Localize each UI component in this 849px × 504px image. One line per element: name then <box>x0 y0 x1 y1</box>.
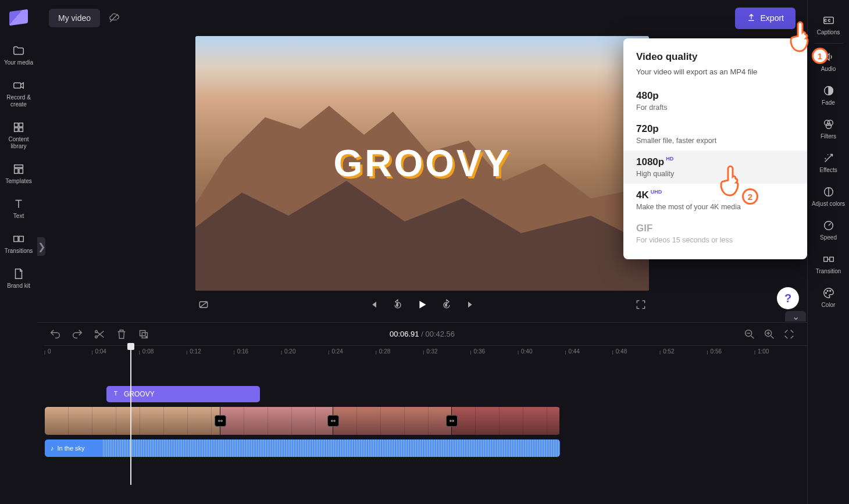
nav-brand-kit[interactable]: Brand kit <box>0 263 37 294</box>
svg-point-27 <box>95 330 98 333</box>
app-logo[interactable] <box>9 9 28 26</box>
undo-button[interactable] <box>49 328 62 341</box>
prev-frame-button[interactable] <box>365 296 381 313</box>
playhead[interactable] <box>130 345 131 485</box>
ruler-tick: 0:32 <box>423 348 438 355</box>
brandkit-icon <box>12 267 25 280</box>
next-frame-button[interactable] <box>463 296 479 313</box>
nav-adjust-colors[interactable]: Adjust colors <box>808 180 849 213</box>
cloud-sync-icon[interactable] <box>108 12 120 24</box>
transition-marker-icon[interactable] <box>327 415 339 427</box>
redo-button[interactable] <box>71 328 84 341</box>
filters-icon <box>822 118 835 131</box>
transition-marker-icon[interactable] <box>446 415 458 427</box>
nav-speed[interactable]: Speed <box>808 213 849 247</box>
text-icon <box>112 390 119 399</box>
total-time: 00:42.56 <box>425 330 455 338</box>
nav-record-create[interactable]: Record & create <box>0 74 37 113</box>
svg-rect-9 <box>19 236 23 241</box>
quality-1080p[interactable]: 1080pHD High quality <box>623 151 807 184</box>
video-canvas[interactable]: GROOVY <box>195 36 649 291</box>
play-button[interactable] <box>414 296 430 313</box>
cc-icon <box>822 14 835 27</box>
timeline-tracks[interactable]: GROOVY ♪ In the sky <box>45 363 807 491</box>
library-icon <box>12 121 25 134</box>
templates-icon <box>12 163 25 176</box>
ruler-tick: 0:44 <box>565 348 580 355</box>
effects-icon <box>822 152 835 165</box>
ruler-tick: 0:52 <box>659 348 675 355</box>
quality-gif[interactable]: GIF For videos 15 seconds or less <box>623 217 807 250</box>
ruler-tick: 0:12 <box>186 348 201 355</box>
q-label-text: 4K <box>636 190 649 201</box>
nav-filters[interactable]: Filters <box>808 112 849 146</box>
remove-watermark-button[interactable] <box>195 296 212 313</box>
audio-clip[interactable]: ♪ In the sky <box>45 439 560 457</box>
nav-your-media[interactable]: Your media <box>0 40 37 71</box>
svg-rect-0 <box>14 83 21 88</box>
timeline-ruler[interactable]: 00:040:080:120:160:200:240:280:320:360:4… <box>44 345 807 359</box>
quality-4k[interactable]: 4KUHD Make the most of your 4K media <box>623 184 807 217</box>
nav-label: Text <box>13 213 24 220</box>
nav-templates[interactable]: Templates <box>0 158 37 190</box>
svg-point-31 <box>146 336 147 337</box>
q-badge: HD <box>666 156 673 162</box>
duplicate-button[interactable] <box>137 328 150 341</box>
popup-title: Video quality <box>623 51 807 67</box>
zoom-in-button[interactable] <box>763 328 776 341</box>
right-sidebar: Captions Audio Fade Filters Effects Adju… <box>807 0 849 504</box>
q-label-text: 480p <box>636 90 659 102</box>
collapse-panel-button[interactable]: ⌄ <box>785 311 806 321</box>
delete-button[interactable] <box>115 328 128 341</box>
current-time: 00:06.91 <box>390 330 419 338</box>
quality-720p[interactable]: 720p Smaller file, faster export <box>623 117 807 151</box>
video-clip-4[interactable] <box>452 407 560 435</box>
audio-clip-label: In the sky <box>58 445 85 452</box>
q-label-text: 720p <box>636 123 659 135</box>
ruler-tick: 0:24 <box>328 348 343 355</box>
video-clip-3[interactable] <box>333 407 452 435</box>
svg-rect-2 <box>19 123 23 127</box>
music-icon: ♪ <box>51 445 54 452</box>
zoom-out-button[interactable] <box>743 328 756 341</box>
video-clip-2[interactable] <box>220 407 333 435</box>
transition-marker-icon[interactable] <box>215 415 226 427</box>
video-track[interactable] <box>45 407 560 435</box>
q-desc: For videos 15 seconds or less <box>636 236 794 244</box>
nav-transition[interactable]: Transition <box>808 247 849 281</box>
help-button[interactable]: ? <box>777 287 799 309</box>
svg-rect-3 <box>15 128 18 131</box>
text-icon <box>12 198 25 210</box>
svg-point-15 <box>826 123 831 128</box>
nav-label: Color <box>822 302 836 309</box>
svg-line-10 <box>110 14 117 22</box>
svg-text:5: 5 <box>445 303 447 307</box>
video-clip-1[interactable] <box>45 407 220 435</box>
camera-icon <box>12 79 25 92</box>
ruler-tick: 0 <box>44 348 51 355</box>
nav-text[interactable]: Text <box>0 193 37 224</box>
quality-480p[interactable]: 480p For drafts <box>623 84 807 117</box>
nav-content-library[interactable]: Content library <box>0 116 37 155</box>
fullscreen-button[interactable] <box>633 296 649 313</box>
rewind-button[interactable]: 5 <box>390 296 406 313</box>
text-clip[interactable]: GROOVY <box>106 386 260 402</box>
split-button[interactable] <box>93 328 106 341</box>
nav-label: Brand kit <box>7 283 30 289</box>
q-label-text: 1080p <box>636 156 664 168</box>
mountain-illustration <box>195 100 649 291</box>
svg-rect-5 <box>15 165 23 168</box>
nav-transitions[interactable]: Transitions <box>0 228 37 259</box>
project-title[interactable]: My video <box>49 9 100 27</box>
nav-fade[interactable]: Fade <box>808 78 849 112</box>
nav-effects[interactable]: Effects <box>808 146 849 180</box>
svg-point-21 <box>827 290 828 291</box>
nav-color[interactable]: Color <box>808 281 849 314</box>
q-desc: Smaller file, faster export <box>636 137 794 145</box>
waveform <box>103 439 560 457</box>
transitions-icon <box>12 233 25 245</box>
forward-button[interactable]: 5 <box>438 296 455 313</box>
annotation-pointer-2: 2 <box>716 165 744 200</box>
fit-timeline-button[interactable] <box>783 328 796 341</box>
annotation-badge: 1 <box>812 48 828 64</box>
